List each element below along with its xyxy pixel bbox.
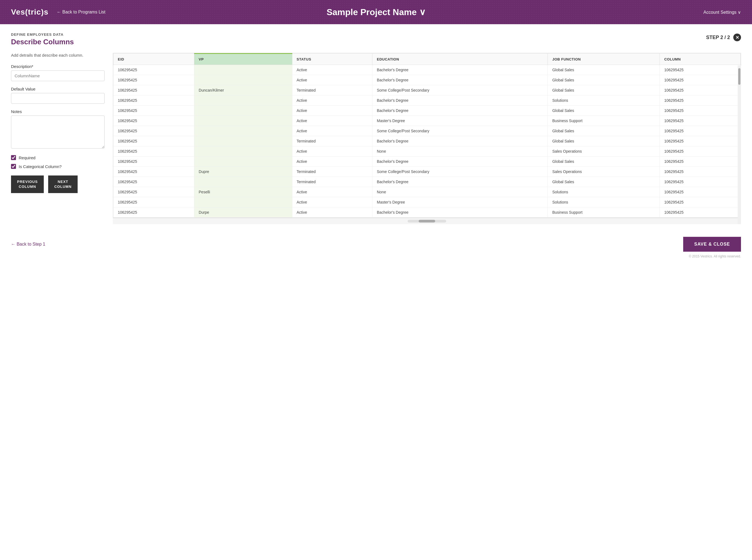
notes-textarea[interactable] (11, 116, 104, 148)
notes-label: Notes (11, 109, 104, 114)
table-cell: Durpe (194, 207, 292, 218)
table-cell: Business Support (548, 207, 660, 218)
table-cell: Duncan/Kilmer (194, 85, 292, 96)
table-cell: 106295425 (660, 75, 741, 85)
table-row: 106295425ActiveMaster's DegreeSolutions1… (113, 197, 741, 207)
table-cell: Active (292, 106, 372, 116)
default-value-input[interactable] (11, 93, 104, 104)
table-cell: 106295425 (113, 126, 194, 136)
table-cell: 106295425 (113, 116, 194, 126)
table-header-job-function: JOB FUNCTION (548, 54, 660, 65)
table-cell: Some College/Post Secondary (372, 167, 547, 177)
data-table: EIDVPSTATUSEDUCATIONJOB FUNCTIONCOLUMN 1… (113, 53, 741, 218)
table-cell: Active (292, 157, 372, 167)
table-cell: Active (292, 65, 372, 75)
table-cell: 106295425 (113, 106, 194, 116)
table-cell: Some College/Post Secondary (372, 126, 547, 136)
previous-column-button[interactable]: PREVIOUSCOLUMN (11, 176, 44, 193)
table-cell: 106295425 (660, 167, 741, 177)
table-cell (194, 65, 292, 75)
horizontal-scrollbar[interactable] (113, 218, 741, 224)
table-cell: 106295425 (660, 65, 741, 75)
define-label: DEFINE EMPLOYEES DATA (11, 33, 74, 37)
table-cell: 106295425 (113, 65, 194, 75)
default-value-group: Default Value (11, 87, 104, 104)
left-panel: Add detrails that describe each column. … (11, 53, 104, 224)
table-cell (194, 157, 292, 167)
table-body: 106295425ActiveBachelor's DegreeGlobal S… (113, 65, 741, 218)
table-wrapper: EIDVPSTATUSEDUCATIONJOB FUNCTIONCOLUMN 1… (113, 53, 741, 224)
table-cell: 106295425 (660, 96, 741, 106)
step-close-button[interactable]: ✕ (733, 34, 741, 41)
top-section: DEFINE EMPLOYEES DATA Describe Columns S… (11, 33, 741, 46)
table-area: EIDVPSTATUSEDUCATIONJOB FUNCTIONCOLUMN 1… (113, 53, 741, 224)
save-close-button[interactable]: SAVE & CLOSE (683, 237, 741, 252)
table-cell: None (372, 187, 547, 197)
table-cell: None (372, 146, 547, 157)
table-cell: Global Sales (548, 65, 660, 75)
table-cell (194, 136, 292, 146)
table-cell: 106295425 (113, 207, 194, 218)
table-cell (194, 106, 292, 116)
table-cell: 106295425 (113, 167, 194, 177)
table-cell: Active (292, 116, 372, 126)
table-cell: 106295425 (660, 106, 741, 116)
scrollbar-track (408, 220, 446, 222)
table-cell: 106295425 (113, 177, 194, 187)
table-cell: Sales Operations (548, 167, 660, 177)
table-row: 106295425ActiveBachelor's DegreeGlobal S… (113, 157, 741, 167)
step-indicator: STEP 2 / 2 ✕ (706, 34, 741, 41)
account-settings[interactable]: Account Settings ∨ (703, 9, 741, 15)
table-cell (194, 146, 292, 157)
vertical-scrollbar-thumb[interactable] (738, 68, 740, 85)
table-cell: Active (292, 75, 372, 85)
description-input[interactable] (11, 71, 104, 81)
table-cell: 106295425 (113, 197, 194, 207)
back-to-programs-button[interactable]: ← Back to Programs List (57, 9, 105, 15)
description-label: Description* (11, 64, 104, 69)
bottom-bar: ← Back to Step 1 SAVE & CLOSE (11, 233, 741, 252)
table-cell: 106295425 (660, 207, 741, 218)
table-cell: 106295425 (660, 157, 741, 167)
table-cell: Bachelor's Degree (372, 96, 547, 106)
scrollbar-thumb[interactable] (419, 220, 435, 222)
table-cell: Solutions (548, 96, 660, 106)
table-cell: Some College/Post Secondary (372, 85, 547, 96)
table-cell: Master's Degree (372, 197, 547, 207)
required-checkbox-group: Required (11, 155, 104, 160)
table-cell (194, 126, 292, 136)
project-name[interactable]: Sample Project Name ∨ (326, 7, 425, 17)
required-checkbox-label: Required (19, 155, 36, 160)
table-header-vp: VP (194, 54, 292, 65)
table-row: 106295425ActiveMaster's DegreeBusiness S… (113, 116, 741, 126)
table-row: 106295425TerminatedBachelor's DegreeGlob… (113, 177, 741, 187)
add-details-text: Add detrails that describe each column. (11, 53, 104, 58)
table-cell: 106295425 (113, 157, 194, 167)
vertical-scrollbar[interactable] (738, 65, 741, 224)
table-cell: 106295425 (113, 136, 194, 146)
table-row: 106295425Duncan/KilmerTerminatedSome Col… (113, 85, 741, 96)
categorical-checkbox[interactable] (11, 164, 16, 169)
table-row: 106295425ActiveSome College/Post Seconda… (113, 126, 741, 136)
header-left: Ves(tric)s ← Back to Programs List (11, 8, 105, 17)
table-row: 106295425DurpeActiveBachelor's DegreeBus… (113, 207, 741, 218)
required-checkbox[interactable] (11, 155, 16, 160)
table-cell: Terminated (292, 177, 372, 187)
table-header-status: STATUS (292, 54, 372, 65)
table-cell: 106295425 (660, 146, 741, 157)
table-cell: Global Sales (548, 75, 660, 85)
table-cell: 106295425 (660, 116, 741, 126)
table-header-row: EIDVPSTATUSEDUCATIONJOB FUNCTIONCOLUMN (113, 54, 741, 65)
table-cell: Global Sales (548, 157, 660, 167)
table-row: 106295425ActiveBachelor's DegreeGlobal S… (113, 106, 741, 116)
main-content: DEFINE EMPLOYEES DATA Describe Columns S… (0, 24, 752, 560)
next-column-button[interactable]: NEXTCOLUMN (48, 176, 78, 193)
table-cell: Bachelor's Degree (372, 106, 547, 116)
table-cell: Active (292, 96, 372, 106)
table-cell: 106295425 (660, 197, 741, 207)
table-cell: Solutions (548, 197, 660, 207)
table-cell (194, 75, 292, 85)
table-cell: Active (292, 126, 372, 136)
table-cell: Global Sales (548, 106, 660, 116)
back-to-step-button[interactable]: ← Back to Step 1 (11, 242, 45, 247)
